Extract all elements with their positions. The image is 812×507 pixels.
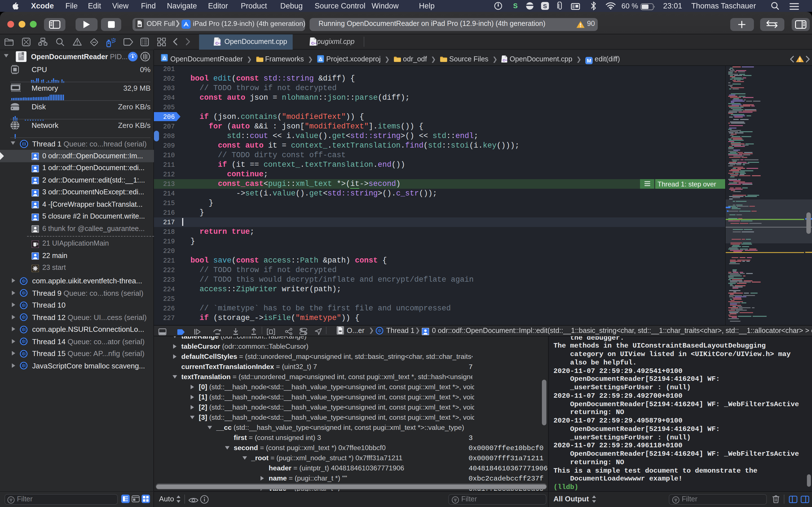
svg-text:S: S	[543, 3, 547, 9]
svg-text:++: ++	[314, 42, 317, 45]
svg-text:++: ++	[505, 59, 508, 61]
svg-text:++: ++	[218, 42, 221, 45]
svg-text:S: S	[513, 2, 518, 10]
